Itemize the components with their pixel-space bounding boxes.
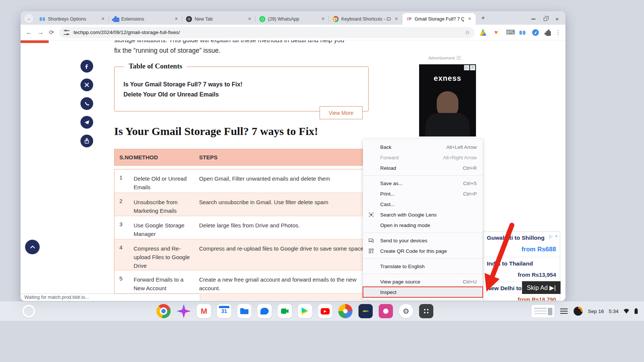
reload-icon[interactable]: ⟳ (49, 29, 54, 36)
share-share-button[interactable] (80, 135, 93, 147)
article-heading: Is Your Gmail Storage Full? 7 ways to Fi… (114, 125, 318, 138)
menu-item-inspect[interactable]: Inspect (363, 287, 483, 297)
bookmark-star-icon[interactable]: ☆ (465, 29, 470, 36)
keyboard-icon[interactable]: ⌨ (506, 29, 513, 36)
menu-item-shortcut: Ctrl+R (463, 165, 477, 171)
menu-item-create-qr-code-for-this-page[interactable]: Create QR Code for this page (363, 246, 483, 256)
adchoices-icon[interactable]: ▷ (549, 234, 553, 239)
menu-item-cast[interactable]: Cast... (363, 199, 483, 209)
view-more-button[interactable]: View More (320, 106, 363, 119)
x-twitter-share-button[interactable] (80, 79, 93, 91)
browser-status-text: Waiting for match.prod.bidr.io... (21, 294, 200, 301)
toc-item[interactable]: Is Your Gmail Storage Full? 7 ways to Fi… (123, 81, 242, 88)
lens-icon (368, 212, 380, 218)
menu-item-open-in-reading-mode[interactable]: Open in reading mode (363, 220, 483, 230)
flight-ad-row[interactable]: India to Thailandfrom Rs13,954 (483, 257, 560, 282)
tab-strip: ⌄ Shortkeys Options×Extensions×New Tab×(… (21, 11, 565, 25)
share-rail (80, 60, 93, 147)
launcher-button[interactable] (22, 305, 35, 317)
url-text[interactable]: techpp.com/2024/09/12/gmail-storage-full… (73, 30, 461, 35)
ad-close-icon[interactable]: × (470, 65, 475, 70)
scroll-top-button[interactable] (25, 240, 40, 254)
site-info-icon[interactable] (64, 30, 70, 35)
tab-extensions[interactable]: Extensions× (109, 13, 182, 25)
skip-ad-button[interactable]: Skip Ad ▶| (522, 281, 561, 294)
tab-gmail-storage[interactable]: TPGmail Storage Full? 7 Quick× (402, 13, 476, 25)
facebook-icon (83, 63, 90, 70)
tab-close-icon[interactable]: × (173, 16, 179, 22)
tab-search-button[interactable]: ⌄ (24, 14, 33, 23)
minimize-icon[interactable] (531, 19, 535, 19)
telegram-share-button[interactable] (80, 116, 93, 129)
menu-item-view-page-source[interactable]: View page sourceCtrl+U (363, 276, 483, 287)
playstore-app-icon[interactable] (298, 304, 312, 318)
tab-close-icon[interactable]: × (467, 16, 473, 22)
youtube-app-icon[interactable] (318, 304, 332, 318)
gemini-app-icon[interactable] (177, 304, 191, 318)
media-queue-icon[interactable] (560, 308, 568, 315)
menu-item-reload[interactable]: ReloadCtrl+R (363, 163, 483, 173)
exness-ad[interactable]: ▷ × exness (419, 64, 476, 136)
ad-close-icon[interactable]: × (555, 234, 558, 239)
drive-icon[interactable] (480, 29, 486, 36)
toc-item[interactable]: Delete Your Old or Unread Emails (123, 91, 242, 98)
canvas-app-icon[interactable] (358, 304, 373, 318)
adchoices-icon[interactable]: ▷ (464, 65, 469, 70)
compass-icon[interactable] (532, 29, 539, 36)
restore-icon[interactable] (544, 18, 547, 21)
tab-title: Shortkeys Options (48, 16, 97, 22)
tab-close-icon[interactable]: × (393, 16, 399, 22)
photos-app-icon[interactable] (338, 304, 352, 318)
facebook-share-button[interactable] (80, 60, 93, 73)
close-icon[interactable]: × (555, 17, 559, 21)
screen-preview-thumbnail[interactable] (531, 304, 555, 318)
back-icon[interactable]: ← (26, 29, 32, 36)
status-tray[interactable]: Sep 16 5:34 (588, 308, 638, 314)
shelf-status-area: Sep 16 5:34 (531, 304, 638, 318)
tab-shortkeys-options[interactable]: Shortkeys Options× (36, 13, 109, 25)
toolbar: ← → ⟳ techpp.com/2024/09/12/gmail-storag… (21, 25, 565, 40)
menu-item-send-to-your-devices[interactable]: Send to your devices (363, 235, 483, 246)
address-bar[interactable]: techpp.com/2024/09/12/gmail-storage-full… (59, 27, 474, 38)
devices-icon (368, 237, 380, 243)
menu-item-translate-to-english[interactable]: Translate to English (363, 261, 483, 272)
forward-icon[interactable]: → (37, 29, 44, 36)
whatsapp-share-button[interactable] (80, 97, 93, 110)
chevron-up-icon (30, 244, 36, 250)
messages-app-icon[interactable] (257, 304, 272, 318)
calendar-app-icon[interactable]: 31 (217, 304, 231, 318)
gmail-app-icon[interactable]: M (197, 304, 211, 318)
binoculars-icon[interactable] (519, 29, 526, 36)
tab-new-tab[interactable]: New Tab× (182, 13, 256, 25)
tab-close-icon[interactable]: × (247, 16, 253, 22)
tab-whatsapp[interactable]: (29) WhatsApp× (256, 13, 329, 25)
ad-person-photo (425, 91, 470, 136)
flight-price: from Rs13,954 (487, 272, 556, 278)
grid-app-icon[interactable] (419, 304, 433, 318)
chrome-app-icon[interactable] (156, 304, 171, 318)
gallery-app-icon[interactable] (379, 304, 393, 318)
timer-badge-icon[interactable] (574, 307, 583, 316)
whatsapp-favicon (259, 16, 265, 22)
page-content: storage limitations. This guide will exp… (21, 40, 565, 301)
heart-icon[interactable]: ♥ (493, 29, 500, 36)
tab-keyboard-shortcuts[interactable]: Keyboard Shortcuts - Chrom× (329, 13, 402, 25)
flight-ad-row[interactable]: ▷×Guwahati to Shillongfrom Rs688 (483, 231, 560, 257)
table-cell: Search unsubscribe in Gmail. Use filter … (199, 193, 368, 216)
menu-item-search-with-google-lens[interactable]: Search with Google Lens (363, 209, 483, 220)
settings-app-icon[interactable]: ⚙ (399, 304, 413, 318)
tab-close-icon[interactable]: × (320, 16, 326, 22)
files-app-icon[interactable] (237, 304, 251, 318)
menu-item-label: Translate to English (380, 264, 477, 269)
menu-item-print[interactable]: Print...Ctrl+P (363, 188, 483, 199)
share-icon (83, 138, 90, 144)
new-tab-button[interactable]: + (479, 14, 488, 22)
tab-close-icon[interactable]: × (100, 16, 106, 22)
menu-item-forward[interactable]: ForwardAlt+Right Arrow (363, 152, 483, 163)
menu-item-save-as[interactable]: Save as...Ctrl+S (363, 178, 483, 188)
browser-menu-icon[interactable]: ⋮ (555, 29, 561, 36)
exness-logo: exness (419, 74, 476, 83)
menu-item-back[interactable]: BackAlt+Left Arrow (363, 142, 483, 152)
puzzle-icon[interactable] (546, 31, 551, 36)
meet-app-icon[interactable] (278, 304, 292, 318)
